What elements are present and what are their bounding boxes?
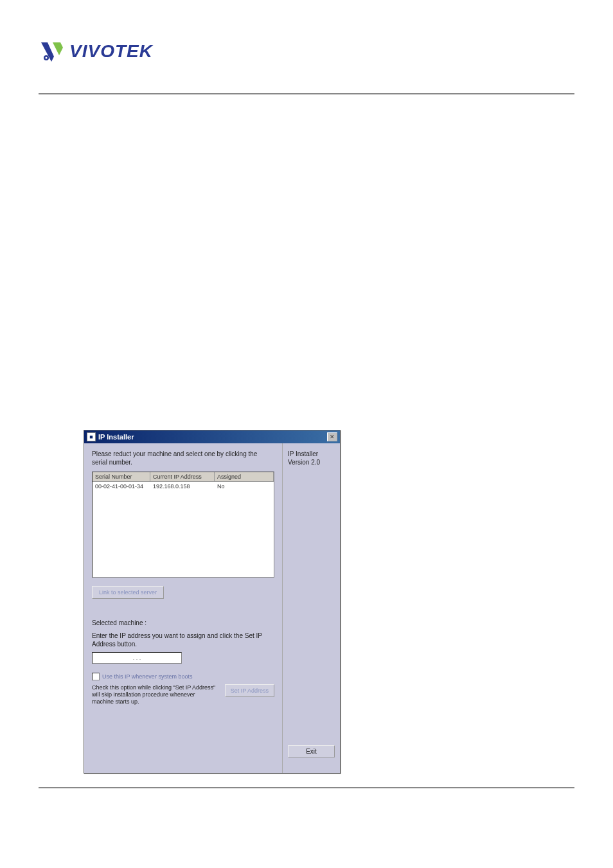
brand-logo: VIVOTEK <box>39 39 153 64</box>
selected-machine-label: Selected machine : <box>92 619 274 626</box>
svg-point-1 <box>46 57 48 59</box>
divider-top <box>39 93 574 94</box>
col-serial[interactable]: Serial Number <box>93 472 150 481</box>
side-panel: IP Installer Version 2.0 Exit <box>282 443 340 773</box>
list-header: Serial Number Current IP Address Assigne… <box>93 472 274 482</box>
brand-text: VIVOTEK <box>69 41 153 62</box>
col-ip[interactable]: Current IP Address <box>150 472 215 481</box>
app-icon: ■ <box>87 432 96 441</box>
cell-ip: 192.168.0.158 <box>150 482 215 491</box>
table-row[interactable]: 00-02-41-00-01-34 192.168.0.158 No <box>93 482 274 491</box>
help-text: Check this option while clicking "Set IP… <box>92 684 218 705</box>
enter-ip-instruction: Enter the IP address you want to assign … <box>92 632 274 648</box>
checkbox-label: Use this IP whenever system boots <box>102 673 192 680</box>
window-titlebar: ■ IP Installer ✕ <box>84 430 340 443</box>
ip-dots: . . . <box>133 655 141 661</box>
cell-serial: 00-02-41-00-01-34 <box>93 482 150 491</box>
set-ip-address-button[interactable]: Set IP Address <box>225 684 274 697</box>
link-to-server-button[interactable]: Link to selected server <box>92 586 164 599</box>
exit-button[interactable]: Exit <box>288 745 335 757</box>
divider-bottom <box>39 787 574 788</box>
window-title: IP Installer <box>98 433 134 441</box>
version-label: Version 2.0 <box>288 458 335 466</box>
ip-installer-window: ■ IP Installer ✕ Please reduct your mach… <box>84 430 341 774</box>
col-assigned[interactable]: Assigned <box>215 472 274 481</box>
use-ip-on-boot-checkbox[interactable] <box>92 673 100 680</box>
close-button[interactable]: ✕ <box>327 432 337 441</box>
ip-address-input[interactable]: . . . <box>92 652 182 664</box>
logo-mark-icon <box>39 39 64 64</box>
main-panel: Please reduct your machine and select on… <box>84 443 282 773</box>
cell-assigned: No <box>215 482 274 491</box>
device-list[interactable]: Serial Number Current IP Address Assigne… <box>92 472 274 578</box>
app-name-label: IP Installer <box>288 450 335 458</box>
instruction-text: Please reduct your machine and select on… <box>92 450 274 466</box>
